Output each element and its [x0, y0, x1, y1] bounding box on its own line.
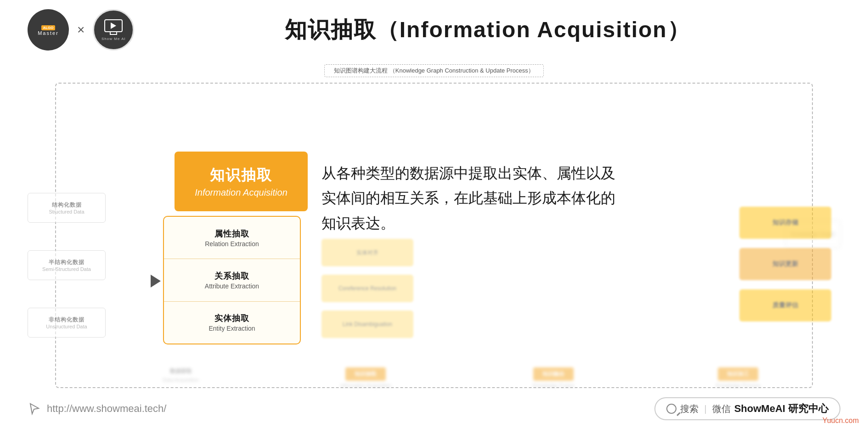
- inner-box: 属性抽取 Relation Extraction 关系抽取 Attribute …: [163, 216, 301, 344]
- cursor-icon: [28, 402, 41, 416]
- blurred-label-title-1: 数据获取: [170, 367, 192, 375]
- inner-item-title-1: 属性抽取: [214, 228, 249, 239]
- search-icon: [666, 404, 676, 414]
- search-divider: |: [704, 404, 706, 414]
- inner-item-title-3: 实体抽取: [214, 313, 249, 324]
- highlight-box-title: 知识抽取: [210, 165, 272, 186]
- yellow-box-2: 知识更新: [739, 248, 831, 280]
- play-arrow-icon: [111, 23, 116, 29]
- page-title: 知识抽取（Information Acquisition）: [134, 15, 840, 45]
- data-source-box-3: 非结构化数据 Unstructured Data: [28, 308, 106, 338]
- algo-master-logo: ALGO Master: [28, 9, 69, 51]
- blurred-label-1: 数据获取 Data Acquisition: [163, 367, 199, 388]
- data-source-box-2: 半结构化数据 Semi-Structured Data: [28, 250, 106, 280]
- blurred-label-sub-4: Knowledge Process: [716, 383, 761, 388]
- yellow-box-label-3: 质量评估: [772, 301, 798, 310]
- highlight-box-subtitle: Information Acquisition: [195, 187, 287, 198]
- inner-item-title-2: 关系抽取: [214, 271, 249, 282]
- algo-label: ALGO: [41, 25, 55, 30]
- wechat-label: 微信: [712, 403, 731, 415]
- data-source-box-1: 结构化数据 Structured Data: [28, 193, 106, 223]
- blurred-label-4: 知识加工 Knowledge Process: [716, 367, 761, 388]
- bottom-bar: http://www.showmeai.tech/ 搜索 | 微信 ShowMe…: [28, 397, 840, 420]
- right-boxes-blurred: 知识存储 知识更新 质量评估: [739, 207, 831, 331]
- showme-logo: Show Me AI: [93, 9, 134, 51]
- inner-item-sub-2: Attribute Extraction: [205, 282, 259, 290]
- yellow-box-3: 质量评估: [739, 289, 831, 321]
- description-block: 从各种类型的数据源中提取出实体、属性以及实体间的相互关系，在此基础上形成本体化的…: [321, 161, 615, 236]
- inner-item-sub-3: Entity Extraction: [209, 325, 255, 332]
- master-text: Master: [38, 30, 59, 36]
- inner-item-2: 关系抽取 Attribute Extraction: [164, 259, 300, 301]
- watermark: Yuucn.com: [823, 417, 859, 425]
- blurred-label-3: 知识融合 Knowledge Fusion: [533, 367, 575, 388]
- search-bar[interactable]: 搜索 | 微信 ShowMeAI 研究中心: [654, 397, 840, 420]
- blurred-orange-tag-2: 知识融合: [533, 367, 574, 381]
- mid-box-1: 实体对齐: [321, 239, 413, 266]
- inner-item-3: 实体抽取 Entity Extraction: [164, 302, 300, 344]
- yellow-box-label-2: 知识更新: [772, 260, 798, 268]
- arrow-to-inner-box-icon: [151, 275, 161, 287]
- website-url: http://www.showmeai.tech/: [47, 403, 166, 415]
- inner-item-sub-1: Relation Extraction: [205, 240, 259, 248]
- data-source-title-3: 非结构化数据: [49, 316, 85, 324]
- showme-label: Show Me AI: [101, 37, 126, 41]
- data-source-sub-1: Structured Data: [49, 209, 84, 214]
- yellow-box-1: 知识存储: [739, 207, 831, 239]
- blurred-orange-tag-3: 知识加工: [718, 367, 758, 381]
- highlight-box: 知识抽取 Information Acquisition: [175, 152, 308, 211]
- monitor-icon: [104, 19, 123, 32]
- page-container: ALGO Master × Show Me AI 知识抽取（Informatio…: [0, 0, 868, 434]
- left-boxes: 结构化数据 Structured Data 半结构化数据 Semi-Struct…: [28, 193, 106, 338]
- yellow-box-label-1: 知识存储: [772, 219, 798, 227]
- data-source-title-1: 结构化数据: [52, 201, 82, 209]
- mid-box-2: Coreference Resolution: [321, 275, 413, 302]
- blurred-label-sub-1: Data Acquisition: [163, 377, 199, 383]
- data-source-sub-2: Semi-Structured Data: [42, 266, 91, 272]
- data-source-sub-3: Unstructured Data: [46, 324, 87, 329]
- blurred-label-sub-2: Information Acquisition: [340, 383, 391, 388]
- mid-box-3: Link Disambiguation: [321, 310, 413, 338]
- blurred-orange-tag-1: 知识抽取: [345, 367, 386, 381]
- mid-boxes-blurred: 实体对齐 Coreference Resolution Link Disambi…: [321, 239, 413, 346]
- logo-area: ALGO Master × Show Me AI: [28, 9, 134, 51]
- main-content: 知识图谱构建大流程 （Knowledge Graph Construction …: [0, 60, 868, 434]
- data-source-title-2: 半结构化数据: [49, 259, 85, 266]
- bottom-labels: 数据获取 Data Acquisition 知识抽取 Information A…: [92, 367, 831, 388]
- inner-item-1: 属性抽取 Relation Extraction: [164, 217, 300, 259]
- flow-top-label: 知识图谱构建大流程 （Knowledge Graph Construction …: [324, 64, 544, 77]
- website-link[interactable]: http://www.showmeai.tech/: [28, 402, 166, 416]
- blurred-label-sub-3: Knowledge Fusion: [533, 383, 575, 388]
- search-brand: ShowMeAI 研究中心: [734, 402, 829, 416]
- header: ALGO Master × Show Me AI 知识抽取（Informatio…: [0, 0, 868, 60]
- description-text: 从各种类型的数据源中提取出实体、属性以及实体间的相互关系，在此基础上形成本体化的…: [321, 161, 615, 236]
- search-label: 搜索: [680, 403, 699, 415]
- blurred-label-2: 知识抽取 Information Acquisition: [340, 367, 391, 388]
- x-separator: ×: [77, 23, 85, 37]
